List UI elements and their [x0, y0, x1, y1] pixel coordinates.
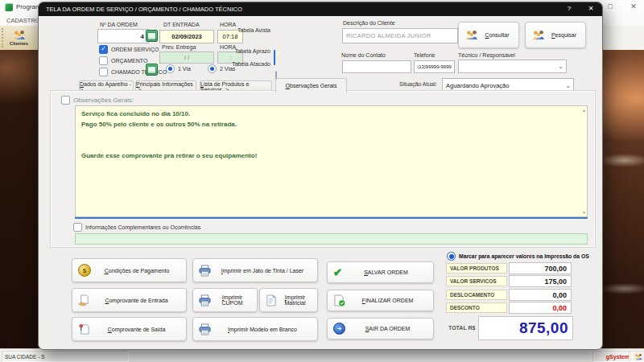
dialog-help-button[interactable]: ? [564, 5, 575, 12]
search-people-icon [531, 30, 546, 40]
chevron-down-icon: ⌄ [558, 63, 564, 70]
app-logo-icon [5, 3, 13, 11]
document-check-icon [333, 294, 345, 306]
ocorrencias-field[interactable] [75, 233, 588, 245]
exit-arrow-icon: ➜ [333, 323, 345, 335]
radio-print-values[interactable]: Marcar para aparecer valores na Impressã… [447, 252, 589, 261]
checkbox-box[interactable] [61, 96, 70, 105]
parent-close-button[interactable]: ✕ [627, 2, 640, 10]
document-pin-icon [78, 323, 90, 335]
order-number-label: Nº DA ORDEM [100, 22, 138, 27]
valor-produtos-label: VALOR PRODUTOS [446, 263, 507, 274]
total-label: TOTAL R$ [448, 325, 475, 331]
comprovante-entrada-button[interactable]: Comprovante de Entrada [72, 288, 187, 312]
chevron-down-icon: ⌄ [565, 82, 571, 89]
statusbar-city: SUA CIDADE - S [2, 351, 129, 362]
toolbar-button-label: Clientes [10, 41, 28, 46]
calendar-icon[interactable] [146, 30, 158, 42]
condicoes-pagamento-button[interactable]: $ Condições de Pagamento [72, 258, 187, 282]
pesquisar-button[interactable]: Pesquisar [525, 22, 586, 48]
tabela-aprazo-label: Tabela Aprazo [200, 48, 270, 54]
checkbox-observacoes-gerais[interactable]: Observações Gerais: [61, 96, 134, 105]
desconto-label: DESCONTO [446, 302, 507, 313]
checkbox-tabela-avista[interactable] [274, 50, 275, 65]
checkbox-ordem-servico[interactable]: ORDEM SERVIÇO [99, 45, 159, 54]
sair-ordem-button[interactable]: ➜ SAIR DA ORDEM [327, 318, 434, 339]
tabela-atacado-label: Tabela Atacado [200, 61, 270, 67]
coin-icon: $ [78, 264, 91, 277]
valor-servicos-label: VALOR SERVICOS [446, 276, 507, 286]
hand-document-icon [78, 294, 90, 306]
entry-hora-label: HORA [220, 22, 236, 27]
radio-dot[interactable] [447, 252, 456, 261]
client-name-field[interactable]: RICARDO ALMEIDA JUNIOR [342, 28, 458, 43]
telefone-field[interactable]: (13)99999-9999 [414, 60, 455, 73]
service-order-dialog: TELA DA ORDEM DE SERVIÇO / ORÇAMENTO / C… [38, 2, 603, 350]
imprimir-cupom-button[interactable]: Imprimir CUPOM [192, 288, 258, 312]
statusbar-icon-cell [629, 351, 644, 362]
dialog-titlebar: TELA DA ORDEM DE SERVIÇO / ORÇAMENTO / C… [39, 2, 602, 16]
radio-1-via[interactable]: 1 Via [166, 64, 191, 73]
contato-field[interactable] [342, 60, 411, 73]
dialog-title: TELA DA ORDEM DE SERVIÇO / ORÇAMENTO / C… [46, 6, 242, 13]
deslocamento-value[interactable]: 0,00 [509, 289, 572, 301]
printer-icon [199, 265, 211, 277]
finalizar-ordem-button[interactable]: FINALIZAR ORDEM [327, 290, 434, 311]
situacao-label: Situação Atual: [399, 81, 437, 87]
tabela-avista-label: Tabela Avista [200, 27, 270, 33]
clients-people-icon [12, 30, 27, 40]
valor-servicos-value[interactable]: 175,00 [509, 275, 572, 287]
deslocamento-label: DESLOCAMENTO [446, 290, 507, 300]
checkbox-box[interactable] [99, 45, 108, 54]
salvar-ordem-button[interactable]: ✔ SALVAR ORDEM [327, 261, 434, 283]
parent-statusbar: SUA CIDADE - S gSystem [0, 348, 644, 362]
imprimir-matricial-button[interactable]: Imprimir Matricial [259, 288, 318, 312]
observations-textarea[interactable]: Serviço fica concluido no dia 10/10. Pag… [75, 105, 588, 217]
checkbox-box[interactable] [73, 223, 82, 232]
checkbox-box[interactable] [99, 68, 108, 76]
consultar-button[interactable]: Consultar [458, 22, 519, 48]
valor-produtos-value[interactable]: 700,00 [509, 262, 572, 274]
radio-dot[interactable] [166, 64, 175, 73]
checkbox-box[interactable] [99, 56, 108, 65]
client-label: Descrição do Cliente [343, 20, 395, 26]
green-check-icon: ✔ [333, 267, 342, 278]
total-value: 875,00 [478, 316, 573, 340]
divider-line [75, 217, 588, 219]
prev-entrega-label: Prev. Entrega [162, 44, 196, 50]
statusbar-brand: gSystem [606, 354, 630, 360]
printer-icon [199, 294, 211, 306]
checkbox-informacoes-complementares[interactable]: Informações Complementares ou Ocorrência… [73, 223, 200, 232]
scroll-down-icon[interactable]: ▼ [582, 210, 586, 215]
contato-label: Nome do Contato [341, 52, 386, 58]
comprovante-saida-button[interactable]: Comprovante de Saida [72, 317, 187, 341]
toolbar-button-clientes[interactable]: Clientes [5, 27, 33, 49]
scroll-up-icon[interactable]: ▲ [582, 108, 586, 113]
tecnico-dropdown[interactable]: ⌄ [458, 60, 567, 73]
printer-icon [199, 323, 211, 335]
order-number-field[interactable]: 4 [97, 29, 149, 43]
dialog-close-button[interactable]: ✕ [585, 5, 597, 12]
calendar-icon[interactable] [146, 64, 158, 76]
desconto-value[interactable]: 0,00 [509, 302, 572, 314]
consult-people-icon [464, 30, 479, 40]
tab-observacoes-gerais[interactable]: Observações Gerais [275, 78, 347, 93]
entry-date-label: DT ENTRADA [163, 22, 200, 27]
checkbox-orcamento[interactable]: ORÇAMENTO [99, 56, 147, 65]
parent-restore-button[interactable]: □ [604, 2, 617, 10]
tecnico-label: Técnico / Responsável [458, 52, 515, 58]
document-icon [266, 294, 276, 306]
telefone-label: Telefone [414, 52, 435, 58]
imprimir-branco-button[interactable]: Imprimir Modelo em Branco [192, 317, 318, 341]
statusbar-people-icon [634, 353, 643, 360]
imprimir-jato-button[interactable]: Imprimir em Jato de Tinta / Laser [192, 258, 318, 282]
